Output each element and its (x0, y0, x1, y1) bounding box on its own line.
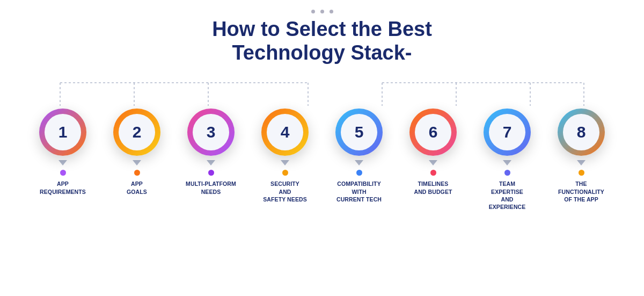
item-col-8: 8THEFUNCTIONALITYOF THE APP (544, 109, 618, 203)
bullet-7 (504, 170, 510, 176)
dot-1 (311, 10, 315, 13)
items-row: 1APPREQUIREMENTS2APPGOALS3MULTI-PLATFORM… (16, 109, 628, 211)
circle-3: 3 (187, 109, 235, 156)
bullet-6 (430, 170, 436, 176)
label-2: APPGOALS (127, 180, 147, 195)
item-col-4: 4SECURITYANDSAFETY NEEDS (248, 109, 322, 203)
circle-7: 7 (484, 109, 531, 156)
item-col-5: 5COMPATIBILITYWITHCURRENT TECH (322, 109, 396, 203)
bullet-5 (356, 170, 362, 176)
dot-3 (330, 10, 333, 13)
circle-number-5: 5 (341, 114, 377, 150)
connector-area (27, 76, 617, 109)
label-3: MULTI-PLATFORMNEEDS (186, 180, 236, 195)
arrow-5 (355, 160, 363, 165)
circle-2: 2 (113, 109, 160, 156)
circle-number-4: 4 (267, 114, 303, 150)
circle-number-3: 3 (193, 114, 229, 150)
arrow-2 (133, 160, 141, 165)
tree-svg (27, 76, 617, 109)
circle-8: 8 (558, 109, 605, 156)
arrow-1 (58, 160, 67, 165)
arrow-7 (503, 160, 511, 165)
arrow-4 (281, 160, 289, 165)
circle-number-2: 2 (119, 114, 155, 150)
page-title: How to Select the Best Technology Stack- (212, 18, 432, 64)
item-col-2: 2APPGOALS (100, 109, 174, 195)
item-col-6: 6TIMELINESAND BUDGET (396, 109, 470, 195)
decorative-dots (311, 10, 333, 13)
label-8: THEFUNCTIONALITYOF THE APP (558, 180, 604, 203)
circle-6: 6 (409, 109, 457, 156)
item-col-3: 3MULTI-PLATFORMNEEDS (174, 109, 248, 195)
item-col-1: 1APPREQUIREMENTS (26, 109, 100, 195)
dot-2 (320, 10, 324, 13)
item-col-7: 7TEAMEXPERTISEANDEXPERIENCE (470, 109, 544, 211)
circle-4: 4 (261, 109, 309, 156)
page-wrapper: How to Select the Best Technology Stack- (0, 0, 644, 296)
bullet-3 (208, 170, 214, 176)
label-7: TEAMEXPERTISEANDEXPERIENCE (489, 180, 526, 211)
label-1: APPREQUIREMENTS (40, 180, 86, 195)
arrow-8 (577, 160, 586, 165)
circle-number-6: 6 (415, 114, 451, 150)
label-5: COMPATIBILITYWITHCURRENT TECH (336, 180, 382, 203)
circle-number-7: 7 (489, 114, 525, 150)
bullet-2 (134, 170, 140, 176)
circle-5: 5 (335, 109, 383, 156)
bullet-4 (282, 170, 288, 176)
arrow-3 (207, 160, 215, 165)
arrow-6 (429, 160, 437, 165)
circle-number-8: 8 (563, 114, 599, 150)
bullet-8 (579, 170, 584, 176)
label-6: TIMELINESAND BUDGET (414, 180, 452, 195)
label-4: SECURITYANDSAFETY NEEDS (263, 180, 307, 203)
bullet-1 (60, 170, 66, 176)
circle-number-1: 1 (45, 114, 81, 150)
circle-1: 1 (39, 109, 86, 156)
